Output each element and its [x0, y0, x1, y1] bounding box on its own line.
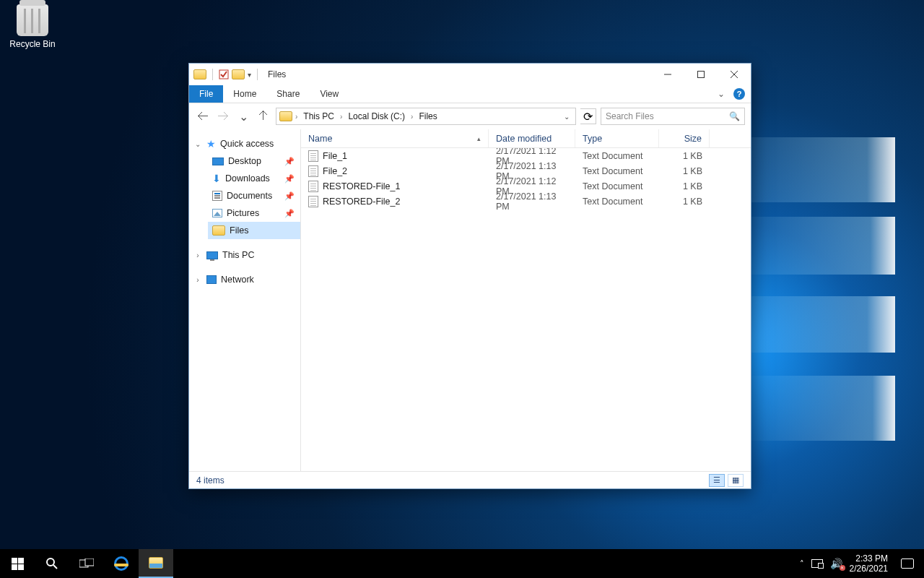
- minimize-button[interactable]: [651, 64, 684, 85]
- status-bar: 4 items ☰ ▦: [189, 471, 751, 488]
- file-type: Text Document: [575, 166, 659, 176]
- file-explorer-icon: [149, 557, 163, 569]
- file-size: 1 KB: [659, 151, 710, 161]
- pc-icon: [206, 251, 218, 259]
- tab-file[interactable]: File: [189, 85, 223, 103]
- tree-label: Network: [221, 275, 254, 285]
- back-button[interactable]: 🡠: [195, 108, 211, 124]
- taskbar-app-explorer[interactable]: [139, 549, 173, 578]
- file-type: Text Document: [575, 151, 659, 161]
- clock[interactable]: 2:33 PM 2/26/2021: [850, 553, 888, 574]
- desktop-icon-recycle-bin[interactable]: Recycle Bin: [7, 4, 58, 49]
- column-size[interactable]: Size: [659, 129, 710, 147]
- file-explorer-window: ▾ Files File Home Share View ⌄ ? 🡠 🡢 ⌄ 🡡…: [188, 63, 751, 489]
- maximize-button[interactable]: [684, 64, 718, 85]
- star-icon: ★: [206, 138, 216, 150]
- action-center-button[interactable]: [901, 558, 914, 569]
- svg-rect-2: [698, 72, 705, 78]
- refresh-button[interactable]: ⟳: [580, 108, 596, 124]
- address-dropdown-button[interactable]: ⌄: [561, 111, 572, 122]
- search-input[interactable]: Search Files 🔍: [601, 108, 745, 125]
- system-tray: ˄ 🔊× 2:33 PM 2/26/2021: [800, 553, 924, 574]
- tree-label: This PC: [222, 250, 254, 260]
- text-file-icon: [308, 165, 318, 177]
- folder-icon: [212, 225, 225, 236]
- column-headers: Name▴ Date modified Type Size: [301, 129, 751, 148]
- ie-icon: [114, 556, 128, 571]
- chevron-right-icon[interactable]: ›: [294, 113, 299, 121]
- network-icon[interactable]: [811, 559, 823, 568]
- tray-overflow-button[interactable]: ˄: [800, 559, 804, 569]
- close-button[interactable]: [718, 64, 751, 85]
- tab-home[interactable]: Home: [223, 85, 266, 103]
- file-size: 1 KB: [659, 166, 710, 176]
- tab-share[interactable]: Share: [266, 85, 310, 103]
- breadcrumb-local-disk[interactable]: Local Disk (C:): [345, 110, 408, 123]
- expand-icon[interactable]: ›: [193, 276, 202, 284]
- expand-icon[interactable]: ›: [193, 251, 202, 259]
- help-button[interactable]: ?: [733, 88, 745, 100]
- column-name[interactable]: Name▴: [301, 129, 489, 147]
- wallpaper-ray: [729, 217, 895, 275]
- titlebar[interactable]: ▾ Files: [189, 64, 751, 85]
- task-view-button[interactable]: [69, 549, 104, 578]
- chevron-right-icon[interactable]: ›: [409, 113, 414, 121]
- folder-icon[interactable]: [193, 69, 206, 79]
- file-date: 2/17/2021 1:13 PM: [489, 191, 575, 212]
- breadcrumb-this-pc[interactable]: This PC: [300, 110, 337, 123]
- search-placeholder: Search Files: [606, 111, 654, 121]
- view-details-button[interactable]: ☰: [709, 474, 725, 487]
- file-type: Text Document: [575, 181, 659, 191]
- file-name: RESTORED-File_2: [323, 197, 400, 207]
- svg-line-6: [53, 565, 57, 569]
- properties-icon[interactable]: [219, 69, 229, 79]
- pin-icon: 📌: [284, 174, 295, 184]
- file-name: RESTORED-File_1: [323, 181, 400, 191]
- taskbar-app-ie[interactable]: [104, 549, 139, 578]
- column-date[interactable]: Date modified: [489, 129, 575, 147]
- column-label: Name: [308, 134, 332, 144]
- search-button[interactable]: [35, 549, 69, 578]
- new-folder-icon[interactable]: [232, 69, 245, 79]
- tree-label: Quick access: [220, 139, 274, 149]
- tree-this-pc[interactable]: › This PC: [189, 246, 300, 264]
- start-button[interactable]: [0, 549, 35, 578]
- collapse-icon[interactable]: ⌄: [193, 140, 202, 148]
- file-size: 1 KB: [659, 197, 710, 207]
- volume-icon[interactable]: 🔊×: [830, 558, 842, 569]
- tab-view[interactable]: View: [310, 85, 349, 103]
- file-list: Name▴ Date modified Type Size File_12/17…: [301, 129, 751, 471]
- separator: [257, 69, 258, 80]
- sort-asc-icon: ▴: [477, 135, 481, 142]
- ribbon-expand-button[interactable]: ⌄: [712, 85, 731, 103]
- column-type[interactable]: Type: [575, 129, 659, 147]
- recent-locations-button[interactable]: ⌄: [235, 108, 251, 124]
- tree-label: Desktop: [228, 156, 261, 166]
- tree-item-desktop[interactable]: Desktop 📌: [208, 152, 300, 170]
- taskbar: ˄ 🔊× 2:33 PM 2/26/2021: [0, 549, 924, 578]
- tree-quick-access[interactable]: ⌄ ★ Quick access: [189, 135, 300, 152]
- chevron-down-icon[interactable]: ▾: [248, 71, 251, 79]
- tree-item-pictures[interactable]: Pictures 📌: [208, 204, 300, 222]
- separator: [212, 69, 213, 80]
- recycle-bin-label: Recycle Bin: [7, 39, 58, 49]
- file-name: File_1: [323, 151, 347, 161]
- tree-item-files[interactable]: Files: [208, 222, 300, 239]
- up-button[interactable]: 🡡: [256, 108, 271, 124]
- tree-item-documents[interactable]: Documents 📌: [208, 187, 300, 204]
- tree-item-downloads[interactable]: ⬇Downloads 📌: [208, 170, 300, 187]
- text-file-icon: [308, 196, 318, 207]
- table-row[interactable]: RESTORED-File_22/17/2021 1:13 PMText Doc…: [301, 194, 751, 209]
- chevron-right-icon[interactable]: ›: [339, 113, 344, 121]
- file-type: Text Document: [575, 197, 659, 207]
- tree-label: Files: [230, 225, 248, 236]
- clock-date: 2/26/2021: [850, 564, 888, 574]
- tree-label: Pictures: [227, 208, 259, 218]
- search-icon: 🔍: [729, 111, 740, 121]
- view-icons-button[interactable]: ▦: [728, 474, 744, 487]
- address-bar[interactable]: › This PC › Local Disk (C:) › Files ⌄: [276, 108, 576, 125]
- tree-network[interactable]: › Network: [189, 271, 300, 288]
- breadcrumb-files[interactable]: Files: [416, 110, 440, 123]
- pictures-icon: [212, 209, 222, 217]
- clock-time: 2:33 PM: [850, 553, 888, 564]
